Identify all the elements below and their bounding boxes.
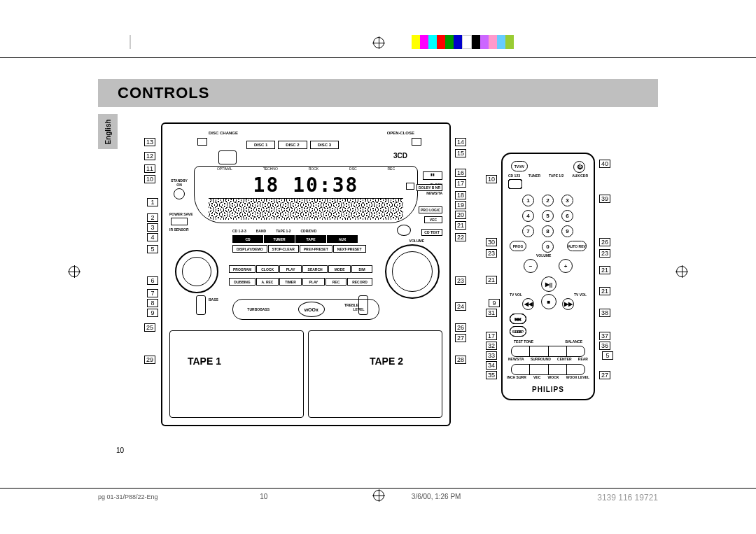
rew-button: ◀◀ (522, 298, 534, 310)
disc-2-button: DISC 2 (278, 141, 307, 149)
tuner-button: TUNER (264, 235, 295, 243)
disc-change-button (197, 138, 207, 146)
cd-direct-icon (397, 225, 411, 236)
tape2-label: TAPE 2 (370, 356, 403, 367)
key-6: 6 (561, 210, 573, 222)
function-row: DISPLAY/DEMO STOP·CLEAR PREV·PRESET NEXT… (232, 245, 366, 253)
cd-logo-icon (218, 150, 237, 164)
vol-down: − (524, 259, 538, 273)
source-label-row: CD 1·2·3 BAND TAPE 1·2 CDR/DVD (232, 229, 316, 233)
jog-knob-left (175, 250, 218, 293)
disc-3-button: DISC 3 (310, 141, 339, 149)
footer-path: pg 01-31/P88/22-Eng (98, 493, 158, 500)
cdtext-button: CD TEXT (421, 229, 442, 236)
color-calibration-bar (412, 35, 514, 49)
rec-row: DUBBING A. REC TIMER PLAY REC RECORD (229, 278, 372, 286)
prev-button: PREV·PRESET (300, 245, 332, 253)
tape-deck-1 (169, 330, 304, 418)
play-row: PROGRAM CLOCK PLAY SEARCH MODE DIM (229, 265, 372, 273)
standby-area: STANDBY ON (169, 178, 189, 201)
key-7: 7 (522, 225, 534, 237)
ff-button: ▶▶ (562, 298, 574, 310)
standby-button (174, 188, 185, 199)
woox-button: wOOx (298, 302, 325, 317)
open-close-label: OPEN·CLOSE (387, 131, 414, 135)
stop-button-remote: ■ (541, 294, 556, 309)
power-save-button (171, 218, 188, 225)
key-8: 8 (542, 225, 554, 237)
registration-mark-left (69, 266, 80, 277)
woox-panel: TURBOBASS wOOx LEVEL (232, 299, 379, 320)
tape-button: TAPE (295, 235, 326, 243)
language-tab: English (98, 114, 118, 149)
remote-src-labels: CD 123 TUNER TAPE 1/2 AUX/CDR (508, 174, 588, 178)
stop-button: STOP·CLEAR (268, 245, 299, 253)
tape1-label: TAPE 1 (188, 356, 221, 367)
prog-button: PROG (510, 241, 526, 251)
remote-illustration: TV/AV ⏻ CD 123 TUNER TAPE 1/2 AUX/CDR 1 … (501, 153, 595, 400)
news-label: NEWS/TA (426, 191, 442, 195)
disc-1-button: DISC 1 (246, 141, 275, 149)
tape-deck-2 (308, 330, 442, 418)
key-3: 3 (561, 195, 573, 206)
dolby-button: DOLBY B NR (416, 184, 442, 191)
grayscale-calibration-bar (130, 35, 131, 49)
key-0: 0 (542, 241, 554, 253)
footer: pg 01-31/P88/22-Eng 10 3/6/00, 1:26 PM 3… (98, 493, 658, 503)
aux-button: AUX (327, 235, 358, 243)
dolby-surround-icon: ▮▮ (423, 171, 442, 180)
ir-sensor-label: IR SENSOR (169, 227, 189, 232)
crop-line-top (0, 57, 756, 58)
cd-button: CD (232, 235, 263, 243)
display-button: DISPLAY/DEMO (232, 245, 267, 253)
crop-line-bottom (0, 488, 756, 489)
section-title: CONTROLS (118, 84, 209, 102)
play-pause-button: ▶|| (541, 276, 556, 292)
vol-up: + (559, 259, 573, 273)
lcd-time: 18 10:38 (195, 171, 417, 197)
next-button: NEXT·PRESET (333, 245, 366, 253)
autorev-button: AUTO REV (567, 241, 587, 251)
hifi-system-illustration: DISC CHANGE OPEN·CLOSE DISC 1 DISC 2 DIS… (161, 122, 451, 426)
lcd-spectrum-icon (209, 198, 403, 220)
registration-mark-right (676, 266, 687, 277)
key-9: 9 (561, 225, 573, 237)
disc-change-label: DISC CHANGE (209, 131, 238, 135)
volume-label: VOLUME (410, 239, 424, 243)
brand-label: PHILIPS (503, 386, 594, 393)
section-header: CONTROLS (98, 79, 658, 107)
volume-knob (385, 244, 440, 299)
disc-buttons: DISC 1 DISC 2 DISC 3 (246, 141, 339, 149)
footer-page: 10 (260, 493, 267, 500)
bass-label: BASS (209, 297, 218, 302)
key-4: 4 (522, 210, 534, 222)
registration-mark-top (373, 37, 384, 48)
power-save-label: POWER SAVE (169, 212, 193, 216)
tv-av-button: TV/AV (511, 161, 528, 171)
key-2: 2 (542, 195, 554, 206)
key-1: 1 (522, 195, 534, 206)
power-button: ⏻ (573, 161, 585, 173)
source-row: CD TUNER TAPE AUX (232, 235, 358, 243)
inner-page-number: 10 (116, 447, 124, 454)
lcd-display: OPTIMALTECHNOROCKDSCREC 18 10:38 (194, 166, 418, 223)
footer-code: 3139 116 19721 (597, 493, 658, 503)
key-5: 5 (542, 210, 554, 222)
open-close-button (412, 138, 421, 146)
prologic-button: PRO LOGIC (419, 206, 442, 213)
footer-date: 3/6/00, 1:26 PM (412, 493, 461, 500)
vec-button: VEC (424, 216, 442, 223)
3cd-label: 3CD (393, 152, 407, 160)
volume-label-remote: VOLUME (536, 253, 551, 258)
bass-rocker (196, 295, 206, 315)
